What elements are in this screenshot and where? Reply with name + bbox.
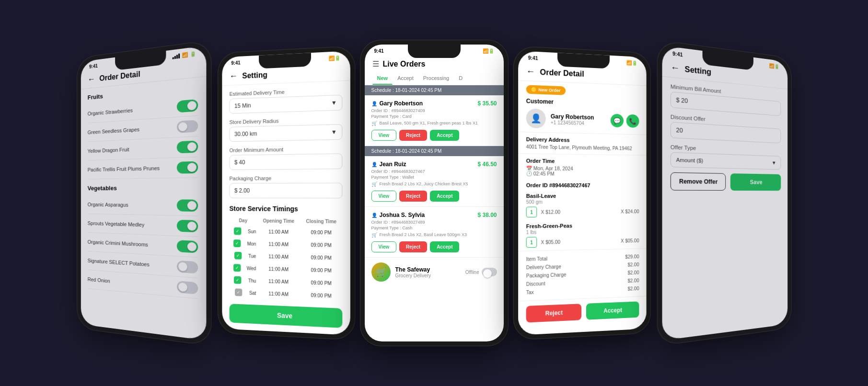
order-card: Jean Ruiz $ 46.50 Order ID : #8944683027…	[365, 156, 504, 207]
back-button[interactable]: ←	[670, 62, 679, 74]
store-logo: 🛒	[371, 262, 391, 282]
save-button[interactable]: Save	[229, 304, 342, 328]
back-button[interactable]: ←	[87, 74, 95, 85]
toggle-plums[interactable]	[176, 161, 197, 174]
view-button[interactable]: View	[371, 241, 397, 252]
accept-button[interactable]: Accept	[430, 191, 459, 202]
time: 9:41	[528, 55, 538, 61]
tab-new[interactable]: New	[372, 71, 393, 85]
offline-badge: Offline	[465, 268, 497, 276]
product-name: Basil-Leave	[526, 193, 639, 199]
day-checkbox[interactable]: ✓	[234, 276, 241, 284]
tab-d[interactable]: D	[454, 71, 467, 85]
delivery-address-value: 4001 Tree Top Lane, Plymouth Meeting, PA…	[526, 144, 639, 151]
delivery-charge-label: Delivery Charge	[526, 264, 561, 270]
tab-accept[interactable]: Accept	[393, 71, 418, 85]
open-time: 11:00 AM	[257, 250, 300, 263]
order-detail-content: Fruits Organic Strawberries Green Seedle…	[81, 77, 206, 341]
toggle-organic-strawberries[interactable]	[176, 99, 197, 113]
table-row: ✓Sun 11:00 AM 09:00 PM	[229, 225, 342, 239]
toggle-asparagus[interactable]	[176, 199, 197, 212]
toggle-mushrooms[interactable]	[176, 240, 197, 253]
item-total-value: $29.00	[625, 254, 639, 260]
tax-label: Tax	[526, 290, 533, 295]
store-card: 🛒 The Safeway Grocery Delivery Offline	[365, 258, 504, 286]
reject-button[interactable]: Reject	[526, 304, 581, 322]
page-title: Setting	[684, 65, 711, 77]
reject-button[interactable]: Reject	[399, 241, 427, 252]
order-id: Order ID : #8944683027409	[371, 108, 497, 113]
order-actions: View Reject Accept	[371, 241, 497, 252]
day-checkbox[interactable]: ✓	[233, 239, 241, 247]
tab-processing[interactable]: Processing	[418, 71, 454, 85]
page-title: Setting	[242, 70, 267, 80]
toggle-green-grapes[interactable]	[176, 120, 197, 133]
offer-type-dropdown[interactable]: Amount ($) ▼	[670, 152, 780, 170]
open-time: 11:00 AM	[257, 274, 300, 288]
item-total-label: Item Total	[526, 256, 547, 262]
tabs-row: New Accept Processing D	[365, 71, 504, 85]
toggle-sprouts[interactable]	[176, 220, 197, 232]
day-checkbox[interactable]: ✓	[234, 252, 241, 260]
page-title: Order Detail	[540, 68, 584, 78]
list-item: Organic Asparagus	[87, 195, 197, 216]
quantity-badge: 1	[526, 237, 537, 248]
reject-button[interactable]: Reject	[399, 130, 427, 141]
phone-order-detail-1: 9:41 📶 🔋 ← Order Detail F	[77, 40, 211, 346]
view-button[interactable]: View	[371, 191, 397, 202]
total-price: X $24.00	[621, 209, 639, 214]
call-button[interactable]: 📞	[626, 114, 639, 128]
accept-button[interactable]: Accept	[586, 301, 639, 319]
payment-type: Payment Type : Wallet	[371, 175, 497, 180]
order-actions: View Reject Accept	[371, 130, 497, 141]
min-amount-input[interactable]: $ 40	[229, 153, 342, 170]
day-checkbox[interactable]: ✓	[233, 264, 240, 272]
phone-live-orders: 9:41 📶🔋 ☰ Live Orders New Accept Process…	[360, 40, 509, 346]
day-label: Sun	[248, 228, 256, 234]
close-time: 09:00 PM	[300, 226, 342, 239]
delivery-address-section: Delivery Address 4001 Tree Top Lane, Ply…	[518, 132, 647, 155]
toggle-red-onion[interactable]	[176, 281, 197, 295]
view-button[interactable]: View	[371, 130, 397, 141]
item-name: Sprouts Vegetable Medley	[87, 220, 144, 227]
packaging-charge-value: $2.00	[627, 270, 639, 276]
delivery-time-input[interactable]: 15 Min ▼	[229, 95, 342, 114]
order-card: Joshua S. Sylvia $ 38.00 Order ID : #894…	[365, 207, 504, 258]
payment-type: Payment Type : Cash	[371, 226, 497, 230]
bottom-actions: Remove Offer Save	[670, 167, 780, 195]
notch	[557, 53, 610, 68]
day-checkbox[interactable]: ✓	[234, 288, 242, 296]
accept-button[interactable]: Accept	[430, 241, 459, 252]
tax-value: $2.00	[627, 286, 639, 292]
person-icon	[371, 100, 377, 107]
store-status-toggle[interactable]	[482, 268, 497, 276]
setting-2-content: Minimum Bill Amount $ 20 Discount Offer …	[662, 77, 787, 341]
store-name: The Safeway	[395, 266, 431, 273]
hamburger-icon[interactable]: ☰	[372, 59, 379, 68]
back-button[interactable]: ←	[526, 67, 535, 77]
toggle-dragon-fruit[interactable]	[176, 140, 197, 153]
customer-section: Customer 👤 Gary Robertson +1 1234565704 …	[518, 97, 647, 135]
back-button[interactable]: ←	[229, 71, 237, 81]
accept-button[interactable]: Accept	[430, 130, 459, 141]
totals-section: Item Total $29.00 Delivery Charge $2.00 …	[518, 248, 647, 301]
radius-input[interactable]: 30.00 km ▼	[229, 124, 342, 142]
save-button[interactable]: Save	[730, 173, 781, 191]
close-time: 09:00 PM	[300, 238, 342, 252]
toggle-potatoes[interactable]	[176, 261, 197, 274]
day-label: Mon	[247, 241, 256, 246]
discount-value: $2.00	[627, 278, 639, 284]
customer-name: Jean Ruiz	[371, 161, 406, 168]
col-opening: Opening Time	[257, 216, 300, 226]
open-time: 11:00 AM	[257, 287, 300, 301]
page-title: Order Detail	[99, 69, 140, 82]
remove-offer-button[interactable]: Remove Offer	[670, 172, 725, 191]
packaging-input[interactable]: $ 2.00	[229, 183, 342, 199]
list-item: Pacific Trellis Fruit Plums Prunes	[87, 157, 197, 179]
radius-label: Store Delivery Radius	[229, 116, 342, 125]
message-button[interactable]: 💬	[610, 114, 623, 127]
reject-button[interactable]: Reject	[399, 191, 427, 202]
delivery-address-label: Delivery Address	[526, 136, 639, 145]
day-checkbox[interactable]: ✓	[234, 227, 241, 235]
notch	[408, 45, 461, 58]
